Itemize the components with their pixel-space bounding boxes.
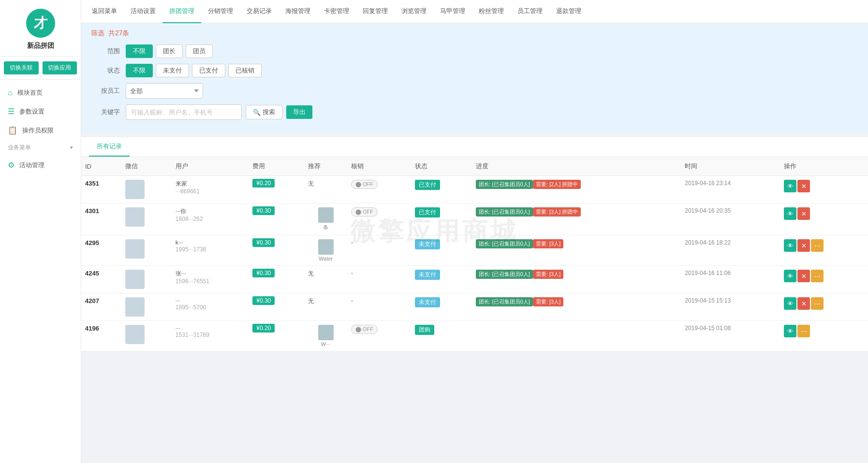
cell-operations: 👁✕ [780,203,868,235]
tab-all-records[interactable]: 所有记录 [89,137,130,157]
scope-leader-btn[interactable]: 团长 [156,44,183,58]
cell-wechat [121,321,172,351]
sidebar-item-activity[interactable]: ⚙ 活动管理 [0,156,81,174]
cell-operations: 👁✕⋯ [780,293,868,321]
search-button[interactable]: 🔍 搜索 [246,105,282,119]
scope-member-btn[interactable]: 团员 [186,44,213,58]
home-icon: ⌂ [8,88,13,97]
scope-all-btn[interactable]: 不限 [126,44,153,58]
view-button[interactable]: 👁 [784,207,796,220]
toggle-off[interactable]: ⬤ OFF [351,325,378,334]
keyword-input[interactable] [126,104,242,120]
nav-distribution[interactable]: 分销管理 [201,0,240,23]
delete-button[interactable]: ✕ [797,207,810,220]
nav-activity-settings[interactable]: 活动设置 [124,0,162,23]
switch-app-btn[interactable]: 切换应用 [43,61,77,74]
filter-panel: 筛选 共27条 范围 不限 团长 团员 状态 不限 未支付 已支付 已核销 [81,23,868,133]
scope-label: 范围 [91,47,120,56]
nav-group-management[interactable]: 拼团管理 [162,0,201,23]
extra-button[interactable]: ⋯ [797,325,810,337]
sidebar-item-params[interactable]: ☰ 参数设置 [0,102,81,121]
cell-cancel[interactable]: - [347,266,411,293]
wechat-avatar [125,207,145,227]
cell-cancel[interactable]: - [347,235,411,266]
sidebar-logo: 才 新品拼团 [0,0,81,57]
nav-fans[interactable]: 粉丝管理 [472,0,511,23]
nav-card-pwd[interactable]: 卡密管理 [317,0,356,23]
wechat-avatar [125,270,145,289]
sidebar-item-permissions[interactable]: 📋 操作员权限 [0,121,81,140]
business-section[interactable]: 业务菜单 ▾ [0,140,81,156]
view-button[interactable]: 👁 [784,325,796,337]
nav-poster[interactable]: 海报管理 [279,0,317,23]
cell-cancel[interactable]: ⬤ OFF [347,321,411,351]
table-row: 4207···1895···5700¥0.30无-未支付团长: [已召集团员0人… [81,293,868,321]
extra-button[interactable]: ⋯ [811,270,824,282]
extra-button[interactable]: ⋯ [811,239,824,252]
cell-status: 团购 [411,321,472,351]
nav-staff[interactable]: 员工管理 [511,0,549,23]
keyword-label: 关键字 [91,108,120,116]
cell-cancel[interactable]: - [347,293,411,321]
switch-relation-btn[interactable]: 切换关联 [4,61,39,74]
cell-time: 2019-04-16 11:06 [681,266,780,293]
activity-icon: ⚙ [8,160,15,170]
filter-status-row: 状态 不限 未支付 已支付 已核销 [91,64,858,77]
filter-scope-row: 范围 不限 团长 团员 [91,44,858,58]
toggle-off[interactable]: ⬤ OFF [351,207,378,217]
cell-wechat [121,176,172,203]
wechat-avatar [125,297,145,317]
staff-select[interactable]: 全部 [126,83,203,99]
delete-button[interactable]: ✕ [797,239,810,252]
cell-operations: 👁✕ [780,176,868,203]
cell-refer: 无 [304,293,347,321]
extra-button[interactable]: ⋯ [811,297,824,310]
cell-time: 2019-04-16 18:22 [681,235,780,266]
status-unpaid-btn[interactable]: 未支付 [156,64,189,77]
delete-button[interactable]: ✕ [797,297,810,310]
export-button[interactable]: 导出 [286,105,312,119]
col-status: 状态 [411,157,472,176]
nav-reply[interactable]: 回复管理 [356,0,395,23]
status-cancelled-btn[interactable]: 已核销 [228,64,262,77]
view-button[interactable]: 👁 [784,270,796,282]
nav-transaction[interactable]: 交易记录 [240,0,279,23]
sidebar-item-home[interactable]: ⌂ 模块首页 [0,84,81,102]
cell-fee: ¥0.30 [249,203,304,235]
cell-fee: ¥0.30 [249,266,304,293]
sidebar-item-params-label: 参数设置 [19,107,44,116]
filter-staff-row: 按员工 全部 [91,83,858,99]
status-all-btn[interactable]: 不限 [126,64,153,77]
nav-alias[interactable]: 马甲管理 [433,0,472,23]
cell-user: 张···1596···76551 [172,266,249,293]
table-row: 4245张···1596···76551¥0.30无-未支付团长: [已召集团员… [81,266,868,293]
cell-cancel[interactable]: ⬤ OFF [347,176,411,203]
view-button[interactable]: 👁 [784,297,796,310]
nav-refund[interactable]: 退款管理 [549,0,588,23]
top-nav: 返回菜单 活动设置 拼团管理 分销管理 交易记录 海报管理 卡密管理 回复管理 … [81,0,868,23]
switch-row: 切换关联 切换应用 [0,57,81,80]
sidebar-item-activity-label: 活动管理 [19,161,44,170]
view-button[interactable]: 👁 [784,239,796,252]
cell-refer: 无 [304,266,347,293]
cell-operations: 👁✕⋯ [780,235,868,266]
view-button[interactable]: 👁 [784,180,796,192]
refer-avatar [318,239,334,255]
col-id: ID [81,157,121,176]
nav-browse[interactable]: 浏览管理 [395,0,433,23]
cell-cancel[interactable]: ⬤ OFF [347,203,411,235]
status-paid-btn[interactable]: 已支付 [192,64,225,77]
cell-progress [472,321,681,351]
toggle-off[interactable]: ⬤ OFF [351,180,378,189]
content-area: 筛选 共27条 范围 不限 团长 团员 状态 不限 未支付 已支付 已核销 [81,23,868,463]
cell-user: ···1531···31789 [172,321,249,351]
nav-back[interactable]: 返回菜单 [85,0,124,23]
cell-wechat [121,203,172,235]
cell-fee: ¥0.20 [249,176,304,203]
cell-fee: ¥0.30 [249,235,304,266]
cell-refer: Water [304,235,347,266]
cell-wechat [121,293,172,321]
delete-button[interactable]: ✕ [797,180,810,192]
delete-button[interactable]: ✕ [797,270,810,282]
sidebar: 才 新品拼团 切换关联 切换应用 ⌂ 模块首页 ☰ 参数设置 📋 操作员权限 业… [0,0,81,463]
